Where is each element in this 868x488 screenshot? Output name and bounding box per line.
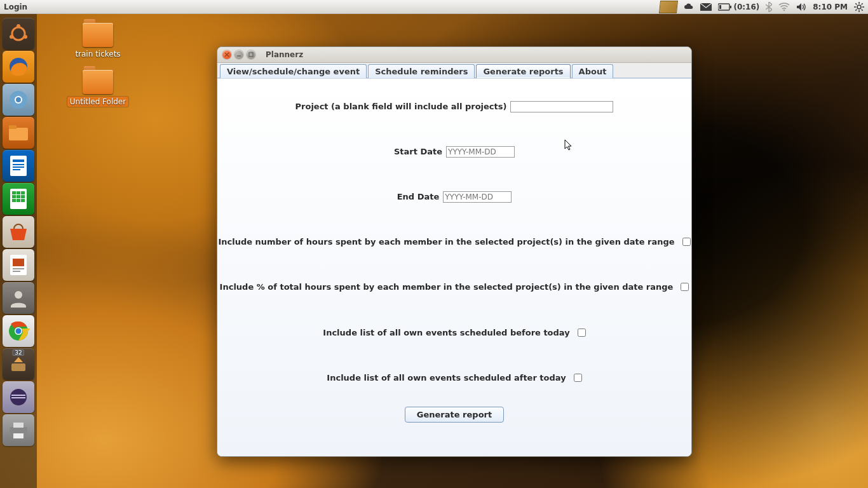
mail-icon[interactable] xyxy=(700,3,712,11)
libreoffice-writer-icon[interactable] xyxy=(3,150,34,182)
svg-point-17 xyxy=(24,35,27,39)
svg-rect-26 xyxy=(13,164,24,165)
chromium-icon[interactable] xyxy=(3,84,34,116)
printer-icon[interactable] xyxy=(3,414,34,446)
start-date-input[interactable] xyxy=(446,146,515,158)
include-after-row: Include list of all own events scheduled… xyxy=(217,355,691,400)
svg-rect-47 xyxy=(11,363,25,371)
window-titlebar[interactable]: Plannerz xyxy=(217,47,691,63)
svg-rect-22 xyxy=(9,128,28,140)
libreoffice-impress-icon[interactable] xyxy=(3,249,34,281)
google-chrome-icon[interactable] xyxy=(3,315,34,347)
tab-bar: View/schedule/change event Schedule remi… xyxy=(217,63,691,78)
svg-line-12 xyxy=(855,9,857,10)
files-icon[interactable] xyxy=(3,117,34,149)
update-count-badge: 32 xyxy=(12,349,24,356)
contacts-icon[interactable] xyxy=(3,282,34,314)
project-row: Project (a blank field will include all … xyxy=(217,84,691,129)
include-after-checkbox[interactable] xyxy=(574,374,582,382)
window-close-button[interactable] xyxy=(222,50,231,59)
start-date-label: Start Date xyxy=(394,147,442,156)
svg-line-10 xyxy=(855,3,857,4)
svg-point-5 xyxy=(857,5,861,9)
svg-rect-53 xyxy=(13,433,24,438)
svg-rect-40 xyxy=(13,259,24,266)
svg-rect-25 xyxy=(13,159,24,162)
battery-time: (0:16) xyxy=(733,3,759,11)
software-updater-icon[interactable]: 32 xyxy=(3,348,34,380)
svg-rect-34 xyxy=(17,195,20,198)
dash-home-icon[interactable] xyxy=(3,18,34,50)
volume-icon[interactable] xyxy=(796,3,806,11)
include-pct-checkbox[interactable] xyxy=(681,283,689,291)
tab-generate-reports[interactable]: Generate reports xyxy=(476,64,570,78)
battery-indicator[interactable]: (0:16) xyxy=(718,3,759,11)
wifi-icon[interactable] xyxy=(778,3,790,11)
software-center-icon[interactable] xyxy=(3,216,34,248)
bluetooth-icon[interactable] xyxy=(766,2,772,12)
svg-rect-55 xyxy=(249,53,253,57)
svg-point-15 xyxy=(17,24,20,28)
tab-about[interactable]: About xyxy=(572,64,614,78)
svg-rect-33 xyxy=(12,195,16,198)
svg-point-46 xyxy=(16,329,22,334)
include-after-label: Include list of all own events scheduled… xyxy=(327,373,566,383)
desktop-folder-train-tickets[interactable]: train tickets xyxy=(66,23,130,58)
svg-rect-35 xyxy=(21,195,25,198)
svg-rect-41 xyxy=(13,268,24,269)
svg-rect-52 xyxy=(13,423,24,428)
include-pct-label: Include % of total hours spent by each m… xyxy=(220,282,674,292)
svg-rect-24 xyxy=(10,156,27,176)
svg-rect-23 xyxy=(9,125,17,129)
firefox-icon[interactable] xyxy=(3,51,34,83)
system-tray: (0:16) 8:10 PM xyxy=(660,1,868,13)
indicator-unknown-icon[interactable] xyxy=(660,1,677,13)
clock[interactable]: 8:10 PM xyxy=(813,3,848,11)
session-gear-icon[interactable] xyxy=(854,2,864,12)
svg-rect-37 xyxy=(17,199,20,202)
action-row: Generate report xyxy=(217,400,691,456)
include-hours-label: Include number of hours spent by each me… xyxy=(218,237,674,247)
desktop-icon-label: train tickets xyxy=(75,50,120,58)
include-before-row: Include list of all own events scheduled… xyxy=(217,310,691,355)
project-label: Project (a blank field will include all … xyxy=(295,102,507,111)
tab-schedule-reminders[interactable]: Schedule reminders xyxy=(368,64,475,78)
project-input[interactable] xyxy=(510,101,613,112)
unity-launcher: 32 xyxy=(0,14,37,488)
top-panel: Login (0:16) 8:10 PM xyxy=(0,0,868,14)
folder-icon xyxy=(83,23,113,47)
cloud-sync-icon[interactable] xyxy=(684,3,694,11)
end-date-row: End Date xyxy=(217,174,691,219)
end-date-label: End Date xyxy=(397,192,440,201)
window-minimize-button[interactable] xyxy=(234,50,243,59)
include-pct-row: Include % of total hours spent by each m… xyxy=(217,264,691,309)
svg-point-21 xyxy=(16,97,21,102)
window-maximize-button[interactable] xyxy=(247,50,255,59)
svg-rect-32 xyxy=(21,191,25,194)
svg-rect-49 xyxy=(11,395,25,396)
svg-rect-3 xyxy=(719,5,721,9)
generate-reports-pane: Project (a blank field will include all … xyxy=(217,78,691,456)
desktop-icon-label: Untitled Folder xyxy=(67,97,128,107)
svg-rect-30 xyxy=(12,191,16,194)
libreoffice-calc-icon[interactable] xyxy=(3,183,34,215)
include-hours-checkbox[interactable] xyxy=(682,238,691,246)
svg-rect-27 xyxy=(13,166,24,168)
end-date-input[interactable] xyxy=(443,191,512,203)
include-before-label: Include list of all own events scheduled… xyxy=(323,328,569,337)
svg-line-11 xyxy=(862,9,863,10)
svg-rect-36 xyxy=(12,199,16,202)
svg-rect-31 xyxy=(17,191,20,194)
tab-view-schedule-change[interactable]: View/schedule/change event xyxy=(220,64,367,78)
svg-rect-50 xyxy=(11,397,25,398)
svg-point-43 xyxy=(15,291,22,299)
eclipse-icon[interactable] xyxy=(3,381,34,413)
include-before-checkbox[interactable] xyxy=(578,329,586,337)
generate-report-button[interactable]: Generate report xyxy=(405,407,504,423)
svg-rect-28 xyxy=(13,169,20,170)
svg-rect-38 xyxy=(21,199,25,202)
include-hours-row: Include number of hours spent by each me… xyxy=(217,219,691,264)
window-title: Plannerz xyxy=(266,50,303,59)
start-date-row: Start Date xyxy=(217,129,691,174)
desktop-folder-untitled[interactable]: Untitled Folder xyxy=(66,70,130,107)
